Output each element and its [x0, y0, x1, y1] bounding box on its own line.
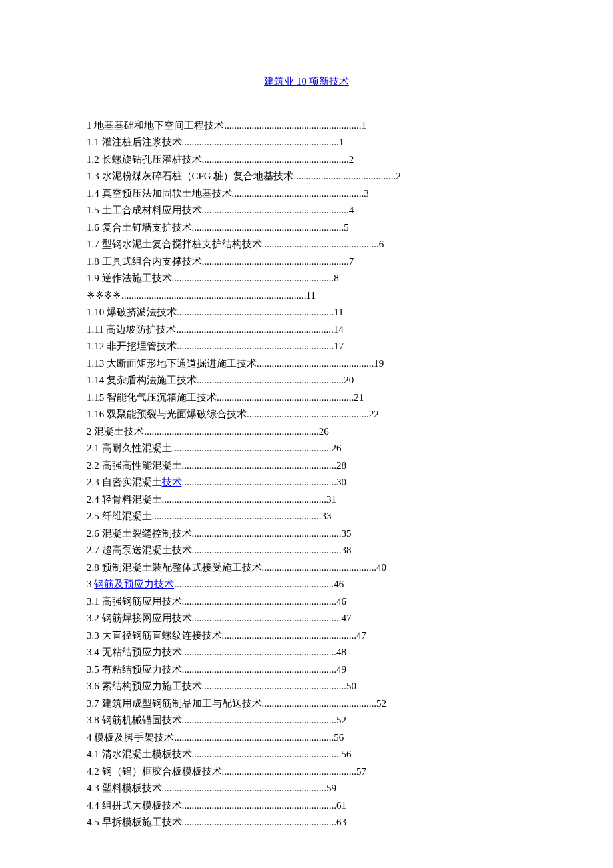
toc-leader-dots: ........................................… [177, 341, 334, 351]
toc-label: 1.14 复杂盾构法施工技术 [87, 375, 197, 385]
toc-leader-dots: ........................................… [192, 749, 342, 759]
toc-label: 3.8 钢筋机械锚固技术 [87, 715, 182, 725]
toc-leader-dots: ........................................… [192, 545, 342, 555]
toc-page-number: 61 [336, 800, 346, 811]
toc-label: 3.7 建筑用成型钢筋制品加工与配送技术 [87, 698, 262, 709]
toc-leader-dots: ........................................… [182, 664, 337, 675]
toc-entry: 3.6 索结构预应力施工技术..........................… [87, 678, 526, 695]
toc-label: 2 混凝土技术 [87, 426, 144, 437]
toc-page-number: 48 [336, 647, 346, 657]
toc-entry: 1.5 土工合成材料应用技术..........................… [87, 202, 526, 219]
toc-page-number: 30 [336, 477, 346, 487]
toc-entry: 1.15 智能化气压沉箱施工技术........................… [87, 389, 526, 407]
toc-leader-dots: ........................................… [182, 715, 337, 725]
toc-leader-dots: ........................................… [174, 579, 334, 589]
toc-entry: 1.14 复杂盾构法施工技术..........................… [87, 372, 526, 389]
toc-leader-dots: ........................................… [293, 171, 396, 181]
toc-leader-dots: ........................................… [172, 273, 334, 283]
toc-entry: 2.7 超高泵送混凝土技术...........................… [87, 542, 526, 559]
toc-leader-dots: ........................................… [197, 375, 344, 385]
toc-label: 1.6 复合土钉墙支护技术 [87, 222, 192, 233]
toc-leader-dots: ........................................… [152, 511, 322, 521]
toc-label: 1.13 大断面矩形地下通道掘进施工技术 [87, 358, 257, 369]
toc-leader-dots: ........................................… [174, 732, 334, 743]
toc-label: 1.1 灌注桩后注浆技术 [87, 137, 182, 147]
toc-label: 1.9 逆作法施工技术 [87, 273, 172, 283]
toc-entry: 1.13 大断面矩形地下通道掘进施工技术....................… [87, 355, 526, 373]
toc-label: 2.2 高强高性能混凝土 [87, 460, 182, 471]
toc-entry: 3 钢筋及预应力技术..............................… [87, 576, 526, 593]
toc-leader-dots: ........................................… [182, 596, 337, 607]
toc-entry: 1 地基基础和地下空间工程技术.........................… [87, 117, 526, 135]
toc-page-number: 52 [376, 698, 386, 709]
toc-label: 3.1 高强钢筋应用技术 [87, 596, 182, 607]
toc-page-number: 46 [334, 579, 344, 589]
toc-page-number: 56 [334, 732, 344, 743]
toc-page-number: 11 [306, 290, 316, 301]
toc-entry: 2.5 纤维混凝土...............................… [87, 508, 526, 525]
toc-page-number: 19 [374, 358, 384, 369]
toc-entry: 1.1 灌注桩后注浆技术............................… [87, 134, 526, 151]
toc-entry: 3.8 钢筋机械锚固技术............................… [87, 712, 526, 729]
toc-page-number: 20 [344, 375, 354, 385]
toc-entry: 4.3 塑料模板技术..............................… [87, 780, 526, 797]
toc-label-link[interactable]: 技术 [162, 477, 182, 487]
toc-entry: 2.8 预制混凝土装配整体式接受施工技术....................… [87, 559, 526, 577]
toc-leader-dots: ........................................… [217, 392, 354, 403]
toc-label: 1.15 智能化气压沉箱施工技术 [87, 392, 217, 403]
toc-entry: 2.1 高耐久性混凝土.............................… [87, 440, 526, 457]
toc-label: 4 模板及脚手架技术 [87, 732, 174, 743]
toc-label: 2.4 轻骨料混凝土 [87, 494, 162, 505]
toc-page-number: 22 [369, 409, 379, 419]
toc-leader-dots: ........................................… [224, 120, 361, 131]
toc-entry: 4.1 清水混凝土模板技术...........................… [87, 746, 526, 763]
toc-page-number: 4 [349, 205, 354, 215]
toc-entry: 2 混凝土技术.................................… [87, 423, 526, 441]
toc-leader-dots: ........................................… [182, 647, 337, 657]
toc-leader-dots: ........................................… [262, 698, 377, 709]
toc-label: 3.4 无粘结预应力技术 [87, 647, 182, 657]
toc-page-number: 28 [336, 460, 346, 471]
toc-page-number: 33 [322, 511, 332, 521]
toc-page-number: 6 [379, 239, 384, 249]
toc-page-number: 1 [362, 120, 367, 131]
toc-leader-dots: ........................................… [162, 494, 327, 505]
toc-entry: 2.6 混凝土裂缝控制技术...........................… [87, 525, 526, 543]
toc-entry: 3.3 大直径钢筋直螺纹连接技术........................… [87, 627, 526, 645]
toc-entry: 4.2 钢（铝）框胶合板模板技术........................… [87, 763, 526, 781]
toc-leader-dots: ........................................… [182, 477, 337, 487]
toc-label: 2.1 高耐久性混凝土 [87, 443, 172, 453]
toc-entry: 1.3 水泥粉煤灰碎石桩（CFG 桩）复合地基技术...............… [87, 168, 526, 185]
toc-entry: ※※※※....................................… [87, 287, 526, 305]
toc-label: 1.5 土工合成材料应用技术 [87, 205, 202, 215]
toc-page-number: 56 [342, 749, 352, 759]
toc-entry: 1.2 长螺旋钻孔压灌桩技术..........................… [87, 151, 526, 169]
toc-leader-dots: ........................................… [176, 324, 333, 335]
toc-label: ※※※※ [87, 290, 121, 301]
toc-entry: 4.4 组拼式大模板技术............................… [87, 797, 526, 815]
toc-leader-dots: ........................................… [202, 154, 349, 165]
toc-entry: 3.1 高强钢筋应用技术............................… [87, 593, 526, 611]
toc-label: 4.4 组拼式大模板技术 [87, 800, 182, 811]
toc-page-number: 14 [334, 324, 344, 335]
toc-label: 3.5 有粘结预应力技术 [87, 664, 182, 675]
toc-page-number: 52 [336, 715, 346, 725]
toc-leader-dots: ........................................… [177, 307, 334, 317]
toc-leader-dots: ........................................… [192, 222, 344, 233]
toc-label: 1.10 爆破挤淤法技术 [87, 307, 177, 317]
toc-leader-dots: ........................................… [121, 290, 306, 301]
toc-entry: 2.2 高强高性能混凝土............................… [87, 457, 526, 475]
toc-leader-dots: ........................................… [182, 800, 337, 811]
toc-leader-dots: ........................................… [222, 766, 357, 777]
toc-entry: 1.10 爆破挤淤法技术............................… [87, 304, 526, 321]
toc-label: 2.7 超高泵送混凝土技术 [87, 545, 192, 555]
toc-label: 1.8 工具式组合内支撑技术 [87, 256, 202, 267]
toc-label: 3.2 钢筋焊接网应用技术 [87, 613, 192, 623]
toc-page-number: 1 [339, 137, 344, 147]
toc-page-number: 11 [334, 307, 343, 317]
toc-label-link[interactable]: 钢筋及预应力技术 [94, 579, 174, 589]
toc-entry: 2.3 自密实混凝土技术............................… [87, 474, 526, 491]
toc-label: 4.2 钢（铝）框胶合板模板技术 [87, 766, 222, 777]
toc-leader-dots: ........................................… [202, 681, 347, 691]
toc-page-number: 3 [364, 188, 369, 199]
